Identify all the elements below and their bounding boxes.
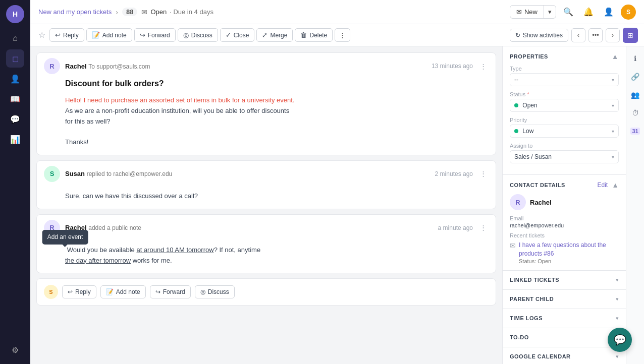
link-action-button[interactable]: 🔗	[628, 70, 642, 84]
type-select[interactable]: -- ▾	[510, 73, 619, 86]
breadcrumb-link[interactable]: New and my open tickets	[38, 8, 112, 16]
bottom-add-note-button[interactable]: 📝 Add note	[100, 285, 146, 298]
info-action-button[interactable]: ℹ	[628, 51, 642, 66]
bottom-reply-bar: S ↩ Reply 📝 Add note ↪ Forward ◎ Discuss	[36, 278, 496, 306]
discuss-button[interactable]: ◎ Discuss	[178, 28, 218, 42]
breadcrumb: New and my open tickets › 88 ✉ Open · Du…	[38, 8, 213, 16]
rachel-avatar-1: R	[44, 58, 60, 74]
calendar-action-button[interactable]: 31	[628, 124, 642, 138]
ticket-nav-dots[interactable]: •••	[588, 28, 603, 42]
bottom-reply-icon: ↩	[68, 288, 73, 295]
forward-icon: ↪	[140, 31, 145, 39]
user-icon: 👤	[604, 7, 614, 17]
rachel-avatar-2: R	[44, 220, 60, 236]
google-calendar-header[interactable]: GOOGLE CALENDAR ▾	[510, 353, 619, 360]
message-more-2[interactable]: ⋮	[478, 168, 489, 179]
activities-icon: ↻	[515, 32, 520, 39]
contact-collapse-button[interactable]: ▲	[612, 181, 619, 189]
logo-text: H	[13, 10, 18, 18]
parent-child-title: PARENT CHILD	[510, 296, 554, 302]
delete-label: Delete	[309, 32, 327, 39]
priority-property: Priority Low ▾	[510, 117, 619, 138]
close-button[interactable]: ✓ Close	[220, 28, 255, 42]
sender-name-2: Susan	[65, 170, 85, 177]
recent-tickets-section: Recent tickets ✉ I have a few questions …	[510, 232, 619, 264]
new-dropdown-button[interactable]: ▾	[544, 6, 556, 18]
user-avatar[interactable]: S	[621, 5, 636, 20]
next-ticket-button[interactable]: ›	[606, 28, 620, 42]
show-activities-label: Show activities	[523, 32, 563, 39]
notifications-button[interactable]: 🔔	[580, 4, 597, 20]
info-icon: ℹ	[634, 54, 636, 63]
message-subject-1: Discount for bulk orders?	[37, 79, 496, 91]
new-button-group: ✉ New ▾	[510, 5, 556, 19]
bottom-reply-button[interactable]: ↩ Reply	[62, 285, 96, 298]
reply-button[interactable]: ↩ Reply	[49, 28, 84, 42]
prev-ticket-button[interactable]: ‹	[571, 28, 585, 42]
show-activities-button[interactable]: ↻ Show activities	[510, 29, 568, 42]
grid-view-button[interactable]: ⊞	[623, 28, 638, 43]
sidebar-item-settings[interactable]: ⚙	[6, 341, 24, 359]
body-layout: R Rachel To support@sauls.com 13 minutes…	[30, 46, 644, 364]
priority-select[interactable]: Low ▾	[510, 125, 619, 138]
delete-button[interactable]: 🗑 Delete	[295, 28, 333, 42]
settings-icon: ⚙	[12, 345, 19, 355]
properties-collapse-button[interactable]: ▲	[612, 52, 619, 60]
bottom-discuss-button[interactable]: ◎ Discuss	[195, 285, 235, 298]
message-time-3: a minute ago	[438, 224, 473, 231]
message-more-3[interactable]: ⋮	[478, 222, 489, 233]
chat-icon: 💬	[10, 114, 20, 124]
sidebar-item-charts[interactable]: 📊	[6, 130, 24, 148]
sidebar-item-chat[interactable]: 💬	[6, 110, 24, 128]
people-action-button[interactable]: 👥	[628, 88, 642, 102]
chevron-right-icon: ›	[612, 31, 614, 39]
ticket-info: I have a few questions about the product…	[519, 241, 619, 264]
ticket-link[interactable]: I have a few questions about the product…	[519, 241, 619, 258]
assign-select[interactable]: Sales / Susan ▾	[510, 150, 619, 163]
add-note-label: Add note	[102, 32, 127, 39]
forward-button[interactable]: ↪ Forward	[134, 28, 176, 42]
top-header: New and my open tickets › 88 ✉ Open · Du…	[30, 0, 644, 24]
search-icon: 🔍	[563, 7, 573, 17]
contact-avatar: R	[510, 194, 526, 210]
sidebar-item-tickets[interactable]: ◻	[6, 49, 24, 68]
todo-header[interactable]: TO-DO ▾	[510, 334, 619, 341]
sidebar-logo[interactable]: H	[6, 5, 24, 23]
star-button[interactable]: ☆	[36, 28, 47, 42]
time-link[interactable]: at around 10 AM tomorrow	[136, 246, 213, 254]
contact-name: Rachel	[530, 199, 552, 206]
message-more-1[interactable]: ⋮	[478, 60, 489, 72]
merge-button[interactable]: ⤢ Merge	[256, 28, 293, 42]
contact-edit-link[interactable]: Edit	[597, 181, 608, 189]
day-link[interactable]: the day after tomorrow	[65, 257, 131, 264]
new-button[interactable]: ✉ New	[510, 6, 544, 18]
sidebar-item-book[interactable]: 📖	[6, 90, 24, 108]
message-card-3: R Rachel added a public note a minute ag…	[36, 214, 496, 274]
breadcrumb-status: ✉ Open · Due in 4 days	[141, 8, 213, 16]
chat-fab-button[interactable]: 💬	[608, 328, 632, 352]
more-actions-button[interactable]: ⋮	[335, 28, 350, 42]
linked-tickets-header[interactable]: LINKED TICKETS ▾	[510, 277, 619, 283]
clock-action-button[interactable]: ⏱	[628, 106, 642, 120]
message-header-2: S Susan replied to rachel@empower.edu 2 …	[37, 161, 496, 187]
conversation-area: R Rachel To support@sauls.com 13 minutes…	[30, 46, 502, 364]
status-select[interactable]: Open ▾	[510, 99, 619, 112]
clock-icon: ⏱	[632, 109, 639, 117]
bottom-forward-button[interactable]: ↪ Forward	[150, 285, 191, 298]
google-calendar-section: GOOGLE CALENDAR ▾	[503, 347, 626, 364]
message-time-2: 2 minutes ago	[435, 170, 473, 177]
chart-icon: 📊	[10, 135, 20, 144]
parent-child-header[interactable]: PARENT CHILD ▾	[510, 296, 619, 302]
message-card-1: R Rachel To support@sauls.com 13 minutes…	[36, 52, 496, 155]
add-note-button[interactable]: 📝 Add note	[86, 28, 132, 42]
body-text-3: Thanks!	[65, 138, 88, 146]
status-label: Status *	[510, 91, 619, 97]
status-property: Status * Open ▾	[510, 91, 619, 112]
user-menu-button[interactable]: 👤	[601, 4, 617, 20]
sidebar-item-contacts[interactable]: 👤	[6, 70, 24, 88]
search-button[interactable]: 🔍	[560, 4, 576, 20]
sidebar-item-home[interactable]: ⌂	[6, 29, 24, 47]
toolbar-left: ☆ ↩ Reply 📝 Add note ↪ Forward ◎ Discuss…	[36, 28, 350, 42]
time-logs-header[interactable]: TIME LOGS ▾	[510, 315, 619, 322]
message-meta-1: Rachel To support@sauls.com	[65, 63, 426, 70]
